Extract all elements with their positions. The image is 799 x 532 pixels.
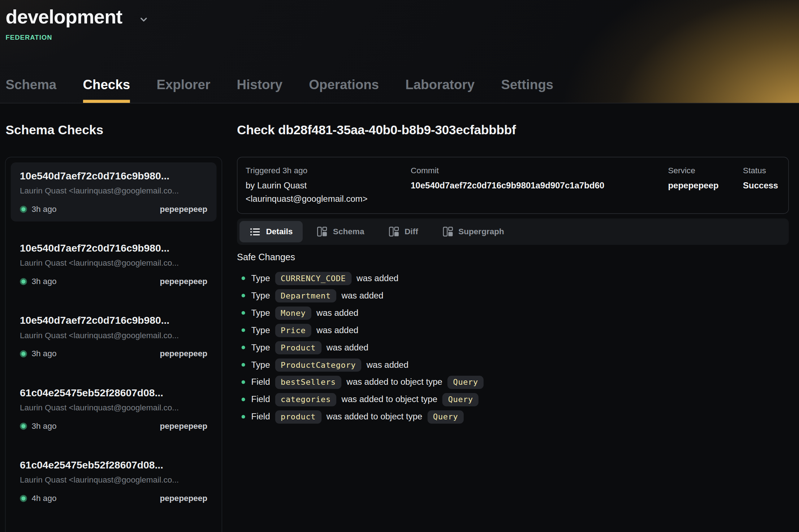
check-commit-id: 10e540d7aef72c0d716c9b980... <box>20 315 207 326</box>
top-tab-explorer[interactable]: Explorer <box>156 74 210 103</box>
check-service: pepepepeep <box>160 349 207 358</box>
bullet-icon <box>242 398 245 401</box>
change-row: Field product was added to object type Q… <box>237 410 789 424</box>
bullet-icon <box>242 294 245 297</box>
change-suffix: was added <box>316 325 358 335</box>
schema-check-item[interactable]: 10e540d7aef72c0d716c9b980... Laurin Quas… <box>11 235 217 294</box>
view-tab-schema[interactable]: Schema <box>307 221 375 242</box>
view-tab-bar: Details Schema <box>237 218 789 245</box>
change-row: Type Product was added <box>237 341 789 354</box>
check-time: 3h ago <box>31 205 56 214</box>
change-suffix: was added to object type <box>346 377 442 387</box>
meta-status: Status Success <box>743 166 780 206</box>
check-commit-id: 61c04e25475eb52f28607d08... <box>20 459 207 471</box>
meta-service-value: pepepepeep <box>668 179 743 193</box>
change-code-chip: Money <box>275 306 311 320</box>
check-service: pepepepeep <box>160 494 207 503</box>
top-tab-history[interactable]: History <box>237 74 282 103</box>
schema-check-item[interactable]: 10e540d7aef72c0d716c9b980... Laurin Quas… <box>11 307 217 366</box>
top-tab-laboratory[interactable]: Laboratory <box>405 74 475 103</box>
schema-checks-list: 10e540d7aef72c0d716c9b980... Laurin Quas… <box>5 157 222 532</box>
view-tab-label: Schema <box>333 227 364 236</box>
change-row: Type Department was added <box>237 289 789 302</box>
top-tab-bar: SchemaChecksExplorerHistoryOperationsLab… <box>0 74 799 103</box>
success-status-dot-icon <box>20 423 27 430</box>
meta-commit: Commit 10e540d7aef72c0d716c9b9801a9d907c… <box>411 166 668 206</box>
bullet-icon <box>242 380 245 384</box>
view-tab-diff[interactable]: Diff <box>379 221 428 242</box>
top-tab-label: History <box>237 77 282 92</box>
bullet-icon <box>242 311 245 315</box>
success-status-dot-icon <box>20 350 27 358</box>
check-author: Laurin Quast <laurinquast@googlemail.co.… <box>20 331 207 340</box>
meta-triggered: Triggered 3h ago by Laurin Quast <laurin… <box>246 166 411 206</box>
top-tab-settings[interactable]: Settings <box>501 74 553 103</box>
top-tab-operations[interactable]: Operations <box>309 74 379 103</box>
chevron-down-icon[interactable] <box>138 13 150 25</box>
check-commit-id: 10e540d7aef72c0d716c9b980... <box>20 170 207 182</box>
change-prefix: Type <box>251 308 270 318</box>
change-prefix: Type <box>251 325 270 335</box>
meta-commit-label: Commit <box>411 166 668 175</box>
change-row: Type ProductCategory was added <box>237 358 789 372</box>
meta-status-value: Success <box>743 179 780 193</box>
change-suffix: was added <box>327 343 368 353</box>
change-suffix: was added <box>367 360 409 370</box>
change-prefix: Type <box>251 360 270 370</box>
success-status-dot-icon <box>20 278 27 285</box>
check-service: pepepepeep <box>160 205 207 214</box>
check-time: 3h ago <box>31 349 56 358</box>
view-tab-label: Diff <box>405 227 418 236</box>
check-meta-row: 3h ago pepepepeep <box>20 349 207 358</box>
check-commit-id: 61c04e25475eb52f28607d08... <box>20 387 207 398</box>
success-status-dot-icon <box>20 206 27 213</box>
schema-check-item[interactable]: 10e540d7aef72c0d716c9b980... Laurin Quas… <box>11 162 217 222</box>
bullet-icon <box>242 346 245 349</box>
change-code-chip-2: Query <box>427 410 463 423</box>
meta-triggered-author: by Laurin Quast <box>246 179 411 193</box>
check-meta-row: 4h ago pepepepeep <box>20 494 207 503</box>
top-tab-label: Operations <box>309 77 379 92</box>
view-tab-supergraph[interactable]: Supergraph <box>432 221 514 242</box>
check-service: pepepepeep <box>160 277 207 286</box>
change-prefix: Type <box>251 273 270 283</box>
change-row: Type CURRENCY_CODE was added <box>237 271 789 285</box>
columns-icon <box>442 227 453 237</box>
change-prefix: Field <box>251 377 270 387</box>
check-meta-row: 3h ago pepepepeep <box>20 422 207 431</box>
check-service: pepepepeep <box>160 422 207 431</box>
change-code-chip: bestSellers <box>275 375 342 389</box>
bullet-icon <box>242 328 245 332</box>
page-title: Check db28f481-35aa-40b0-b8b9-303ecfabbb… <box>237 123 516 138</box>
meta-triggered-label: Triggered 3h ago <box>246 166 411 175</box>
sidebar-title: Schema Checks <box>6 123 104 138</box>
changes-list: Type CURRENCY_CODE was added Type Depart… <box>237 271 789 427</box>
schema-check-item[interactable]: 61c04e25475eb52f28607d08... Laurin Quast… <box>11 452 217 511</box>
check-time: 3h ago <box>31 277 56 286</box>
check-author: Laurin Quast <laurinquast@googlemail.co.… <box>20 403 207 412</box>
top-tab-label: Settings <box>501 77 553 92</box>
change-prefix: Field <box>251 394 270 405</box>
view-tab-details[interactable]: Details <box>239 221 303 242</box>
check-meta-row: 3h ago pepepepeep <box>20 277 207 286</box>
change-row: Type Price was added <box>237 323 789 337</box>
change-code-chip-2: Query <box>448 375 484 389</box>
change-row: Type Money was added <box>237 306 789 320</box>
bullet-icon <box>242 415 245 419</box>
schema-check-item[interactable]: 61c04e25475eb52f28607d08... Laurin Quast… <box>11 379 217 439</box>
change-code-chip-2: Query <box>442 393 479 406</box>
meta-triggered-email: <laurinquast@googlemail.com> <box>246 193 411 206</box>
top-tab-checks[interactable]: Checks <box>83 74 130 103</box>
top-tab-label: Explorer <box>156 77 210 92</box>
check-meta-card: Triggered 3h ago by Laurin Quast <laurin… <box>237 157 789 214</box>
change-code-chip: ProductCategory <box>275 358 362 371</box>
meta-service-label: Service <box>668 166 743 175</box>
project-name: development <box>6 6 122 28</box>
meta-status-label: Status <box>743 166 780 175</box>
view-tab-label: Supergraph <box>458 227 504 236</box>
top-tab-schema[interactable]: Schema <box>6 74 57 103</box>
meta-commit-value: 10e540d7aef72c0d716c9b9801a9d907c1a7bd60 <box>411 179 668 193</box>
change-code-chip: CURRENCY_CODE <box>275 272 351 285</box>
top-tab-label: Checks <box>83 77 130 92</box>
bullet-icon <box>242 363 245 367</box>
